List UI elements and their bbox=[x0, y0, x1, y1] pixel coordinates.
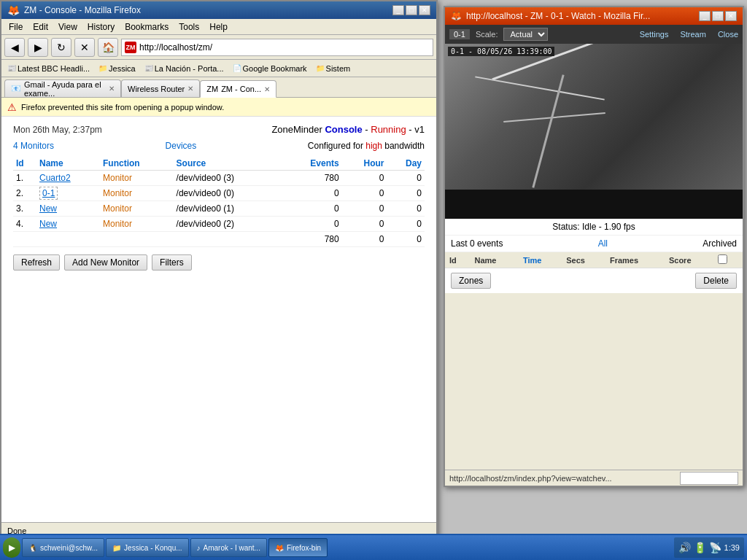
add-monitor-button[interactable]: Add New Monitor bbox=[64, 254, 147, 271]
bookmark-lanacion[interactable]: 📰 La Nación - Porta... bbox=[142, 63, 227, 74]
reload-button[interactable]: ↻ bbox=[51, 38, 71, 57]
monitor-name-1[interactable]: Cuarto2 bbox=[39, 173, 71, 183]
menu-file[interactable]: File bbox=[4, 20, 27, 34]
delete-button[interactable]: Delete bbox=[695, 273, 737, 289]
tab-wireless[interactable]: Wireless Router ✕ bbox=[121, 79, 200, 97]
bookmark-google[interactable]: 📄 Google Bookmark bbox=[230, 63, 310, 74]
zm-header: Mon 26th May, 2:37pm ZoneMinder Console … bbox=[13, 124, 425, 135]
taskbar-app-kde[interactable]: 🐧 schweini@schw... bbox=[22, 538, 104, 557]
watch-maximize-button[interactable]: □ bbox=[712, 11, 724, 21]
systray-icon-3: 📡 bbox=[709, 542, 721, 553]
bookmark-bbc-label: Latest BBC Headli... bbox=[18, 64, 90, 73]
minimize-button[interactable]: _ bbox=[392, 5, 404, 15]
events-all-link[interactable]: All bbox=[598, 238, 608, 249]
table-row: 3. New Monitor /dev/video0 (1) 0 0 0 bbox=[13, 201, 425, 217]
systray-icon-1: 🔊 bbox=[678, 542, 691, 553]
stop-button[interactable]: ✕ bbox=[74, 38, 95, 57]
navigation-toolbar: ◀ ▶ ↻ ✕ 🏠 ZM http://localhost/zm/ bbox=[1, 35, 436, 60]
scale-label: Scale: bbox=[476, 30, 498, 39]
amarok-icon: ♪ bbox=[197, 544, 201, 552]
zm-datetime: Mon 26th May, 2:37pm bbox=[13, 125, 102, 135]
watch-status: Status: Idle - 1.90 fps bbox=[445, 219, 743, 236]
menu-view[interactable]: View bbox=[54, 20, 82, 34]
tab-zm-close[interactable]: ✕ bbox=[264, 85, 270, 93]
tab-zm[interactable]: ZM ZM - Con... ✕ bbox=[200, 80, 276, 98]
jessica-label: Jessica - Konqu... bbox=[124, 544, 182, 552]
monitor-id-1: 1. bbox=[13, 171, 36, 186]
watch-close-button[interactable]: ✕ bbox=[725, 11, 737, 21]
taskbar-app-firefox[interactable]: 🦊 Firefox-bin bbox=[268, 538, 328, 557]
events-th-frames: Frames bbox=[605, 252, 665, 268]
firefox-taskbar-icon: 🦊 bbox=[275, 544, 284, 552]
kde-icon: 🐧 bbox=[28, 544, 37, 552]
zones-button[interactable]: Zones bbox=[451, 273, 491, 289]
monitor-name-3[interactable]: New bbox=[39, 203, 57, 214]
bookmark-google-icon: 📄 bbox=[233, 64, 241, 72]
monitor-func-2: Monitor bbox=[100, 186, 174, 201]
monitor-events-2: 0 bbox=[282, 186, 341, 201]
warning-icon: ⚠ bbox=[7, 101, 17, 113]
th-events: Events bbox=[282, 157, 341, 171]
back-button[interactable]: ◀ bbox=[4, 38, 25, 57]
taskbar-app-amarok[interactable]: ♪ Amarok - I want... bbox=[190, 538, 267, 557]
events-th-secs: Secs bbox=[562, 252, 605, 268]
popup-warning-text: Firefox prevented this site from opening… bbox=[21, 103, 224, 112]
firefox-icon: 🦊 bbox=[7, 4, 20, 16]
settings-link[interactable]: Settings bbox=[640, 30, 669, 39]
menubar: File Edit View History Bookmarks Tools H… bbox=[1, 19, 436, 35]
events-th-checkbox[interactable] bbox=[713, 252, 743, 268]
monitor-name-4[interactable]: New bbox=[39, 219, 57, 229]
events-th-score: Score bbox=[665, 252, 713, 268]
menu-tools[interactable]: Tools bbox=[174, 20, 204, 34]
menu-help[interactable]: Help bbox=[205, 20, 232, 34]
url-bar[interactable]: ZM http://localhost/zm/ bbox=[121, 39, 433, 56]
watch-statusbar-input[interactable] bbox=[680, 472, 738, 485]
menu-bookmarks[interactable]: Bookmarks bbox=[120, 20, 173, 34]
monitor-func-3: Monitor bbox=[100, 201, 174, 217]
tab-zm-icon: ZM bbox=[206, 85, 218, 93]
close-link[interactable]: Close bbox=[718, 30, 738, 39]
window-controls: _ □ ✕ bbox=[392, 5, 430, 15]
camera-line2 bbox=[475, 76, 605, 100]
close-button[interactable]: ✕ bbox=[419, 5, 430, 15]
menu-history[interactable]: History bbox=[83, 20, 119, 34]
watch-action-buttons: Zones Delete bbox=[445, 268, 743, 293]
th-function: Function bbox=[100, 157, 174, 171]
select-all-checkbox[interactable] bbox=[718, 254, 727, 264]
scale-select[interactable]: Actual 25% 50% 75% 150% 200% bbox=[503, 28, 548, 41]
total-day: 0 bbox=[387, 232, 425, 247]
forward-button[interactable]: ▶ bbox=[28, 38, 48, 57]
stream-link[interactable]: Stream bbox=[680, 30, 705, 39]
watch-minimize-button[interactable]: _ bbox=[699, 11, 711, 21]
monitor-hour-4: 0 bbox=[342, 217, 387, 232]
zm-monitors-count[interactable]: 4 Monitors bbox=[13, 141, 54, 151]
bookmark-sistem[interactable]: 📁 Sistem bbox=[313, 63, 354, 74]
bookmarks-toolbar: 📰 Latest BBC Headli... 📁 Jessica 📰 La Na… bbox=[1, 60, 436, 77]
tab-gmail-label: Gmail - Ayuda para el exame... bbox=[24, 80, 106, 98]
zm-bandwidth: Configured for high bandwidth bbox=[308, 141, 425, 151]
home-button[interactable]: 🏠 bbox=[98, 38, 118, 57]
monitor-hour-3: 0 bbox=[342, 201, 387, 217]
taskbar-app-jessica[interactable]: 📁 Jessica - Konqu... bbox=[106, 538, 188, 557]
menu-edit[interactable]: Edit bbox=[28, 20, 53, 34]
watch-window-controls: _ □ ✕ bbox=[699, 11, 737, 21]
refresh-button[interactable]: Refresh bbox=[13, 254, 60, 271]
watch-window-title: http://localhost - ZM - 0-1 - Watch - Mo… bbox=[466, 11, 650, 21]
filters-button[interactable]: Filters bbox=[152, 254, 192, 271]
maximize-button[interactable]: □ bbox=[406, 5, 417, 15]
bookmark-jessica[interactable]: 📁 Jessica bbox=[96, 63, 139, 74]
bookmark-bbc[interactable]: 📰 Latest BBC Headli... bbox=[4, 63, 93, 74]
events-th-time[interactable]: Time bbox=[519, 252, 562, 268]
taskbar-clock: 1:39 bbox=[724, 543, 740, 552]
tab-gmail[interactable]: 📧 Gmail - Ayuda para el exame... ✕ bbox=[4, 79, 121, 97]
tab-gmail-close[interactable]: ✕ bbox=[109, 85, 115, 93]
start-button[interactable]: ▶ bbox=[3, 537, 20, 558]
main-firefox-window: 🦊 ZM - Console - Mozilla Firefox _ □ ✕ F… bbox=[0, 0, 438, 540]
monitor-source-1: /dev/video0 (3) bbox=[174, 171, 283, 186]
monitor-events-3: 0 bbox=[282, 201, 341, 217]
zm-title-prefix: ZoneMinder bbox=[271, 124, 322, 135]
tab-wireless-close[interactable]: ✕ bbox=[187, 85, 193, 93]
monitor-name-2[interactable]: 0-1 bbox=[39, 187, 58, 200]
site-icon: ZM bbox=[125, 42, 136, 53]
bookmark-sistem-icon: 📁 bbox=[316, 64, 325, 72]
